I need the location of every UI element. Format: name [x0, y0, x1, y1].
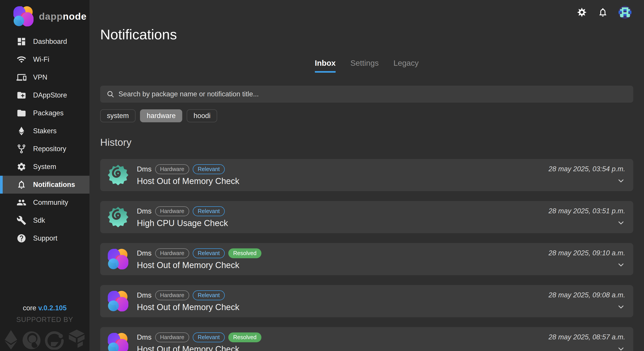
notification-body: Dms Hardware Relevant Resolved Host Out … — [137, 248, 262, 270]
sidebar-item-support[interactable]: Support — [0, 230, 90, 247]
notification-card[interactable]: Dms Hardware Relevant Resolved Host Out … — [100, 243, 633, 275]
relevant-badge: Relevant — [193, 248, 225, 258]
sidebar-item-dappstore[interactable]: DAppStore — [0, 86, 90, 104]
cube-stack-icon — [68, 330, 86, 350]
tab-inbox[interactable]: Inbox — [315, 58, 336, 73]
notification-title: Host Out of Memory Check — [137, 344, 262, 351]
page-title: Notifications — [100, 26, 633, 42]
ethereum-icon — [4, 330, 18, 350]
sidebar-item-system[interactable]: System — [0, 158, 90, 176]
sidebar: dappnode Dashboard Wi-Fi VPN DAppStore P… — [0, 0, 90, 351]
sidebar-item-sdk[interactable]: Sdk — [0, 212, 90, 230]
sidebar-item-label: Stakers — [33, 127, 56, 135]
sidebar-item-label: Community — [33, 198, 68, 206]
notification-body: Dms Hardware Relevant Host Out of Memory… — [137, 290, 239, 312]
filter-chip-system[interactable]: system — [100, 109, 136, 122]
filter-chips: system hardware hoodi — [100, 109, 633, 122]
filter-chip-hardware[interactable]: hardware — [140, 109, 182, 122]
sidebar-item-stakers[interactable]: Stakers — [0, 122, 90, 140]
notification-timestamp: 28 may 2025, 03:51 p.m. — [548, 207, 625, 215]
circle-dot-icon — [45, 331, 64, 350]
notification-card[interactable]: Dms Hardware Relevant High CPU Usage Che… — [100, 201, 633, 233]
blockies-avatar[interactable] — [618, 6, 632, 19]
notification-card[interactable]: Dms Hardware Relevant Resolved Host Out … — [100, 327, 633, 351]
brand-wordmark: dappnode — [39, 11, 86, 22]
chevron-down-icon[interactable] — [617, 303, 625, 311]
filter-chip-hoodi[interactable]: hoodi — [187, 109, 217, 122]
chevron-down-icon[interactable] — [617, 345, 625, 351]
notification-title: Host Out of Memory Check — [137, 176, 239, 186]
notification-title: Host Out of Memory Check — [137, 302, 239, 312]
dappnode-icon — [107, 332, 129, 351]
sidebar-nav: Dashboard Wi-Fi VPN DAppStore Packages S… — [0, 33, 90, 247]
relevant-badge: Relevant — [193, 164, 225, 174]
sun-icon — [577, 7, 587, 18]
sidebar-item-label: Support — [33, 234, 58, 242]
ethereum-icon — [16, 126, 26, 136]
topbar — [576, 6, 632, 19]
notification-card[interactable]: Dms Hardware Relevant Host Out of Memory… — [100, 285, 633, 317]
notification-source: Dms — [137, 207, 152, 215]
grafana-icon — [107, 164, 129, 186]
sidebar-item-label: Repository — [33, 145, 66, 153]
chevron-down-icon[interactable] — [617, 176, 625, 185]
notification-card[interactable]: Dms Hardware Relevant Host Out of Memory… — [100, 159, 633, 191]
chevron-down-icon[interactable] — [617, 219, 625, 227]
owl-icon — [22, 331, 41, 350]
resolved-badge: Resolved — [228, 332, 262, 342]
chevron-down-icon[interactable] — [617, 261, 625, 269]
sidebar-item-repository[interactable]: Repository — [0, 140, 90, 158]
sidebar-item-vpn[interactable]: VPN — [0, 68, 90, 86]
sidebar-item-label: Dashboard — [33, 38, 67, 46]
sidebar-footer: core v.0.2.105 SUPPORTED BY — [0, 304, 90, 350]
tab-settings[interactable]: Settings — [350, 58, 378, 73]
sidebar-item-packages[interactable]: Packages — [0, 104, 90, 122]
history-heading: History — [100, 136, 633, 148]
notification-body: Dms Hardware Relevant High CPU Usage Che… — [137, 206, 228, 228]
notifications-button[interactable] — [598, 7, 608, 18]
search-input[interactable] — [118, 90, 627, 98]
notification-source: Dms — [137, 249, 152, 257]
dappnode-icon — [107, 290, 129, 312]
wifi-icon — [16, 54, 26, 64]
sidebar-item-notifications[interactable]: Notifications — [0, 176, 90, 194]
notification-source: Dms — [137, 165, 152, 173]
notification-list: Dms Hardware Relevant Host Out of Memory… — [100, 159, 633, 351]
brand[interactable]: dappnode — [0, 0, 90, 27]
sidebar-item-dashboard[interactable]: Dashboard — [0, 33, 90, 50]
dashboard-icon — [16, 37, 26, 46]
category-badge: Hardware — [155, 332, 189, 342]
search-icon — [106, 90, 114, 98]
sidebar-item-label: System — [33, 163, 56, 171]
sidebar-item-wifi[interactable]: Wi-Fi — [0, 50, 90, 68]
notification-title: Host Out of Memory Check — [137, 260, 262, 270]
sidebar-item-label: Packages — [33, 109, 64, 117]
category-badge: Hardware — [155, 164, 189, 174]
bell-icon — [598, 7, 608, 18]
resolved-badge: Resolved — [228, 248, 262, 258]
tab-legacy[interactable]: Legacy — [393, 58, 418, 73]
core-version-link[interactable]: v.0.2.105 — [38, 304, 67, 312]
dappnode-logo-icon — [13, 6, 34, 27]
notification-timestamp: 28 may 2025, 09:10 a.m. — [548, 249, 625, 257]
notification-source: Dms — [137, 333, 152, 342]
main-content: Notifications Inbox Settings Legacy syst… — [90, 0, 644, 351]
theme-toggle-button[interactable] — [576, 7, 587, 18]
bell-icon — [16, 180, 26, 190]
notification-timestamp: 28 may 2025, 09:08 a.m. — [548, 291, 625, 299]
relevant-badge: Relevant — [193, 206, 225, 216]
sidebar-item-label: Wi-Fi — [33, 56, 49, 64]
dappnode-icon — [107, 248, 129, 270]
sidebar-item-label: DAppStore — [33, 91, 67, 99]
sidebar-item-community[interactable]: Community — [0, 194, 90, 212]
tabs: Inbox Settings Legacy — [100, 58, 633, 73]
people-icon — [16, 198, 26, 208]
notification-timestamp: 28 may 2025, 08:57 a.m. — [548, 333, 625, 341]
search-bar[interactable] — [100, 86, 633, 102]
relevant-badge: Relevant — [193, 332, 225, 342]
notification-body: Dms Hardware Relevant Host Out of Memory… — [137, 164, 239, 186]
devices-icon — [16, 72, 26, 82]
notification-title: High CPU Usage Check — [137, 218, 228, 228]
folder-plus-icon — [16, 90, 26, 100]
partner-logos — [0, 330, 90, 350]
